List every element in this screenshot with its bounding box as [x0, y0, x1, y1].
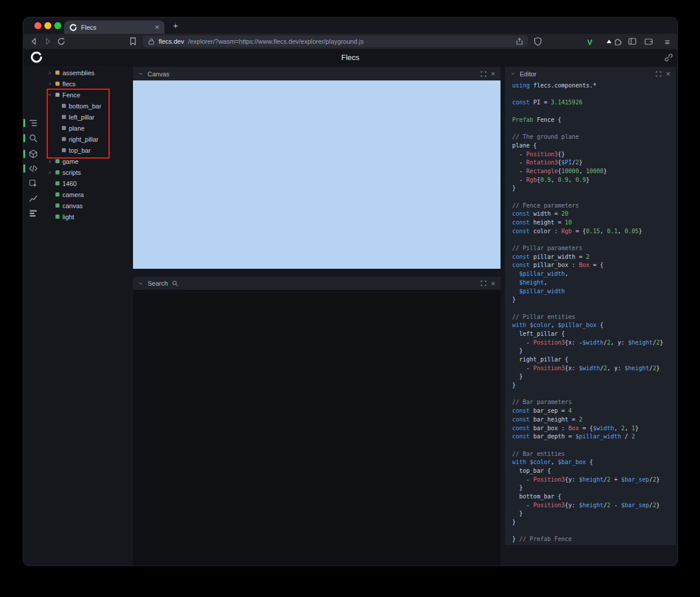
- sidebar-code-icon[interactable]: [29, 164, 38, 173]
- tree-item-camera[interactable]: camera: [44, 189, 132, 200]
- tree-item-game[interactable]: ›game: [44, 156, 132, 167]
- entity-kind-icon: [55, 82, 60, 86]
- tree-item-bottom_bar[interactable]: bottom_bar: [44, 100, 132, 111]
- extensions-puzzle-icon[interactable]: [614, 37, 623, 46]
- sidebar-entity-tree-icon[interactable]: [29, 118, 38, 128]
- zoom-window-button[interactable]: [54, 22, 61, 29]
- close-panel-icon[interactable]: ×: [491, 70, 495, 78]
- share-link-icon[interactable]: [664, 53, 673, 62]
- reload-icon[interactable]: [57, 37, 66, 46]
- url-path: /explorer/?wasm=https://www.flecs.dev/ex…: [188, 38, 512, 45]
- expand-panel-icon[interactable]: [481, 280, 487, 286]
- close-panel-icon[interactable]: ×: [491, 280, 495, 287]
- code-line: [512, 107, 676, 116]
- canvas-panel-header: › Canvas ×: [133, 67, 501, 80]
- tree-item-label: flecs: [62, 80, 76, 87]
- code-line: const PI = 3.1415926: [512, 99, 676, 107]
- code-editor[interactable]: using flecs.components.* const PI = 3.14…: [505, 80, 676, 545]
- panel-chevron-icon[interactable]: ›: [510, 71, 516, 76]
- code-line: }: [512, 484, 676, 493]
- code-line: }: [512, 510, 676, 518]
- address-bar[interactable]: flecs.dev/explorer/?wasm=https://www.fle…: [143, 36, 528, 47]
- tree-chevron-icon[interactable]: ›: [47, 80, 52, 87]
- search-results-area[interactable]: [133, 290, 501, 566]
- code-line: [512, 527, 676, 536]
- sidebar-stats-icon[interactable]: [29, 209, 38, 218]
- tree-item-light[interactable]: light: [44, 211, 132, 222]
- expand-panel-icon[interactable]: [656, 71, 662, 77]
- tree-item-label: bottom_bar: [69, 103, 102, 110]
- sidebar-search-icon[interactable]: [29, 134, 38, 143]
- entity-kind-icon: [55, 215, 60, 219]
- entity-kind-icon: [55, 203, 60, 208]
- tree-item-Fence[interactable]: ›Fence: [44, 89, 132, 100]
- editor-code[interactable]: using flecs.components.* const PI = 3.14…: [505, 80, 676, 544]
- sidebar-cube-icon[interactable]: [29, 149, 38, 159]
- tree-item-1460[interactable]: 1460: [44, 178, 132, 189]
- code-line: with $color, $bar_box {: [512, 458, 676, 467]
- code-line: }: [512, 373, 676, 381]
- tree-item-assemblies[interactable]: ›assemblies: [44, 67, 132, 78]
- tree-item-left_pillar[interactable]: left_pillar: [44, 111, 132, 122]
- tree-item-label: scripts: [62, 169, 81, 176]
- brave-rewards-icon[interactable]: [600, 37, 609, 46]
- code-line: [512, 304, 676, 313]
- back-icon[interactable]: [29, 37, 38, 46]
- code-line: }: [512, 184, 676, 193]
- code-line: $height,: [512, 279, 676, 287]
- entity-kind-icon: [62, 104, 66, 108]
- sidebar-toggle-icon[interactable]: [628, 37, 637, 46]
- tree-chevron-icon[interactable]: ›: [47, 169, 52, 175]
- code-line: [512, 390, 676, 399]
- code-line: const bar_height = 2: [512, 416, 676, 424]
- tree-item-flecs[interactable]: ›flecs: [44, 78, 132, 89]
- new-tab-button[interactable]: +: [169, 19, 182, 32]
- code-line: const bar_sep = 4: [512, 407, 676, 416]
- code-line: // Fence parameters: [512, 202, 676, 210]
- code-line: // The ground plane: [512, 133, 676, 142]
- panel-chevron-icon[interactable]: ›: [138, 71, 144, 76]
- tree-chevron-icon[interactable]: ›: [47, 69, 52, 76]
- bookmark-icon[interactable]: [128, 37, 138, 46]
- menu-icon[interactable]: ≡: [663, 37, 672, 46]
- editor-panel-header: › Editor ×: [505, 67, 676, 80]
- page-title: Flecs: [23, 49, 677, 66]
- v-extension-icon[interactable]: V: [585, 37, 594, 46]
- sidebar-chart-icon[interactable]: [29, 194, 38, 203]
- code-line: right_pillar {: [512, 356, 676, 364]
- panel-chevron-icon[interactable]: ›: [138, 281, 144, 286]
- tree-item-right_pillar[interactable]: right_pillar: [44, 134, 132, 145]
- entity-kind-icon: [62, 115, 66, 119]
- sidebar-inspect-icon[interactable]: [29, 179, 38, 188]
- close-window-button[interactable]: [34, 22, 41, 29]
- entity-kind-icon: [55, 170, 60, 174]
- code-line: }: [512, 296, 676, 304]
- entity-kind-icon: [62, 126, 66, 130]
- share-icon[interactable]: [516, 38, 523, 45]
- expand-panel-icon[interactable]: [481, 71, 487, 77]
- code-line: const height = 10: [512, 219, 676, 227]
- tree-chevron-icon[interactable]: ›: [47, 158, 52, 164]
- tree-item-top_bar[interactable]: top_bar: [44, 145, 132, 156]
- code-line: bottom_bar {: [512, 493, 676, 501]
- tree-chevron-icon[interactable]: ›: [47, 92, 53, 97]
- editor-panel-title: Editor: [520, 71, 537, 78]
- code-line: [512, 441, 676, 450]
- tab-close-icon[interactable]: ×: [155, 23, 159, 31]
- minimize-window-button[interactable]: [44, 22, 51, 29]
- wallet-icon[interactable]: [644, 37, 653, 46]
- close-panel-icon[interactable]: ×: [666, 70, 670, 78]
- tree-item-scripts[interactable]: ›scripts: [44, 167, 132, 178]
- flecs-favicon-icon: [69, 23, 77, 31]
- tree-item-plane[interactable]: plane: [44, 122, 132, 134]
- browser-tab[interactable]: Flecs ×: [64, 20, 164, 34]
- forward-icon[interactable]: [43, 37, 52, 46]
- app-sidebar: [23, 66, 44, 566]
- tree-item-canvas[interactable]: canvas: [44, 200, 132, 211]
- tree-item-label: camera: [62, 191, 84, 198]
- shield-icon[interactable]: [533, 37, 542, 46]
- code-line: // Bar entities: [512, 450, 676, 459]
- tree-item-label: assemblies: [62, 69, 94, 76]
- canvas-viewport[interactable]: [133, 80, 501, 269]
- code-line: - Rotation3{$PI/2}: [512, 159, 676, 167]
